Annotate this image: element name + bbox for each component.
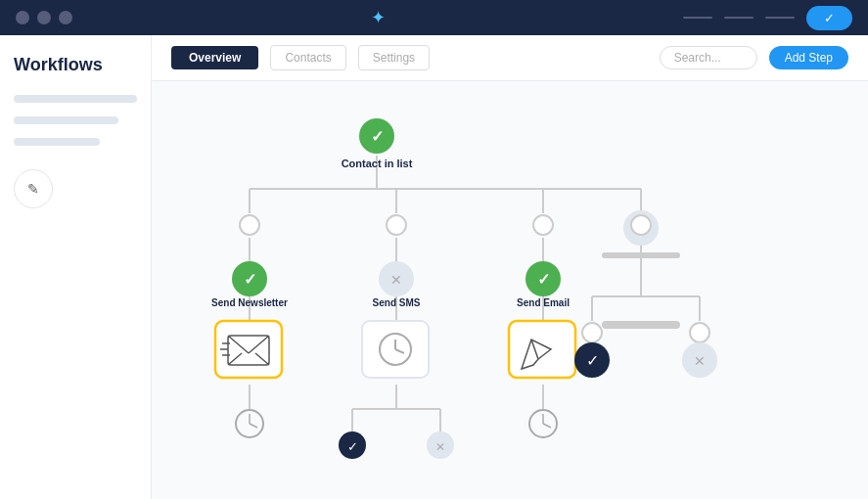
svg-text:✓: ✓ bbox=[244, 271, 256, 288]
workflow-canvas: ✓ Contact in list ✕ bbox=[152, 81, 868, 499]
svg-text:✓: ✓ bbox=[371, 128, 384, 145]
sidebar: Workflows ✎ bbox=[0, 35, 152, 499]
top-bar-right: ✓ bbox=[683, 6, 852, 30]
svg-point-31 bbox=[533, 215, 553, 235]
search-box[interactable]: Search... bbox=[660, 46, 757, 69]
svg-line-68 bbox=[543, 424, 551, 428]
checkmark-icon: ✓ bbox=[824, 11, 835, 25]
main-layout: Workflows ✎ Overview Contacts Settings S… bbox=[0, 35, 868, 499]
app-logo: ✦ bbox=[371, 7, 386, 28]
svg-text:✕: ✕ bbox=[390, 272, 402, 288]
window-btn-3[interactable] bbox=[59, 11, 72, 24]
svg-text:✓: ✓ bbox=[586, 352, 599, 369]
svg-text:Send SMS: Send SMS bbox=[373, 297, 421, 308]
sidebar-title: Workflows bbox=[14, 55, 137, 75]
top-bar-center: ✦ bbox=[72, 7, 683, 28]
content-area: Overview Contacts Settings Search... Add… bbox=[152, 35, 868, 499]
svg-point-30 bbox=[387, 215, 406, 235]
edit-button[interactable]: ✎ bbox=[14, 169, 53, 208]
svg-text:✓: ✓ bbox=[347, 439, 358, 454]
toolbar: Overview Contacts Settings Search... Add… bbox=[152, 35, 868, 81]
save-button[interactable]: ✓ bbox=[806, 6, 852, 30]
svg-rect-28 bbox=[602, 252, 680, 258]
workflow-tree: ✓ Contact in list ✕ bbox=[181, 101, 868, 499]
svg-text:✕: ✕ bbox=[435, 440, 445, 454]
sidebar-item-1[interactable] bbox=[14, 95, 137, 103]
svg-text:Send Email: Send Email bbox=[517, 297, 570, 308]
svg-rect-58 bbox=[602, 321, 680, 329]
add-step-button[interactable]: Add Step bbox=[769, 46, 848, 69]
svg-text:✕: ✕ bbox=[694, 353, 706, 369]
sidebar-item-2[interactable] bbox=[14, 116, 118, 124]
svg-point-69 bbox=[582, 323, 602, 342]
svg-text:Contact in list: Contact in list bbox=[342, 158, 413, 169]
top-menu-line-2 bbox=[724, 17, 754, 19]
svg-point-32 bbox=[631, 215, 651, 235]
top-menu-line-3 bbox=[765, 17, 795, 19]
svg-line-61 bbox=[250, 424, 257, 428]
svg-point-70 bbox=[690, 323, 709, 342]
pencil-icon: ✎ bbox=[27, 181, 39, 197]
svg-text:Send Newsletter: Send Newsletter bbox=[211, 297, 288, 308]
workflow-svg: ✓ Contact in list ✕ bbox=[181, 101, 868, 499]
tab-contacts[interactable]: Contacts bbox=[270, 45, 345, 70]
window-controls bbox=[16, 11, 72, 24]
svg-point-29 bbox=[240, 215, 259, 235]
window-btn-1[interactable] bbox=[16, 11, 29, 24]
svg-text:✓: ✓ bbox=[537, 271, 550, 288]
tab-overview[interactable]: Overview bbox=[171, 46, 258, 69]
top-bar: ✦ ✓ bbox=[0, 0, 868, 35]
svg-rect-55 bbox=[509, 321, 575, 378]
tab-settings[interactable]: Settings bbox=[358, 45, 430, 70]
sidebar-item-3[interactable] bbox=[14, 138, 100, 146]
window-btn-2[interactable] bbox=[37, 11, 51, 24]
top-menu-line-1 bbox=[683, 17, 712, 19]
